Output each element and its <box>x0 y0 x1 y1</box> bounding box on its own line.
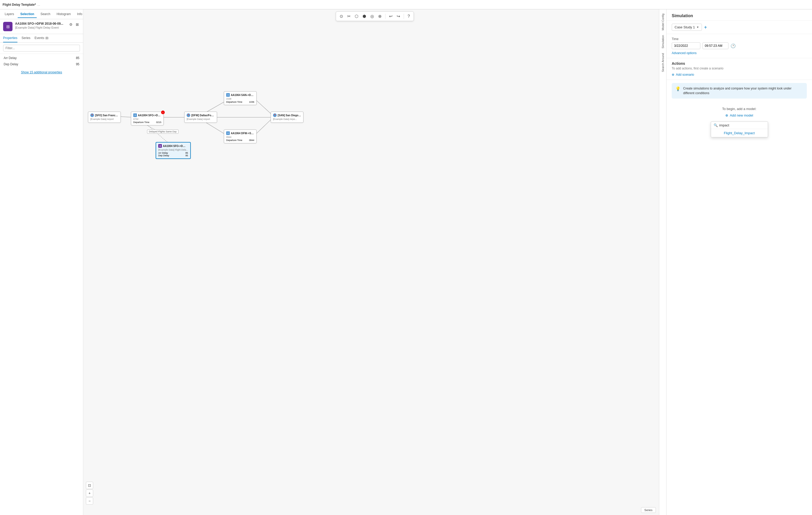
vtab-model-config[interactable]: Model Config <box>660 11 665 32</box>
node-selected-subtitle: [Example Data] Flight Dela... <box>158 149 188 151</box>
node-aa1004-prop-val: 0215 <box>156 121 162 124</box>
node-aa1064-san[interactable]: ✈ AA1064 SAN->DFW 2018... 1538 Departure… <box>224 91 257 105</box>
simulation-header: Simulation <box>667 9 812 21</box>
add-model-text: To begin, add a model: <box>672 107 807 111</box>
prop-rows: Arr Delay 85 Dep Delay 95 <box>0 54 83 68</box>
table-row: Dep Delay 95 <box>0 61 83 67</box>
top-bar-ellipsis: ... <box>37 3 40 6</box>
toolbar-divider <box>385 14 385 19</box>
toolbar-close-btn[interactable]: ⊗ <box>377 13 383 20</box>
series-button[interactable]: Series <box>641 507 656 513</box>
node-dfw[interactable]: 📍 [DFW] Dallas/Fort W... [Example Data] … <box>184 112 217 123</box>
zoom-out-btn[interactable]: − <box>86 497 93 505</box>
tab-layers[interactable]: Layers <box>2 11 17 18</box>
zoom-fit-btn[interactable]: ⊡ <box>86 482 93 489</box>
node-sel-prop1-key: Arr Delay <box>158 152 168 154</box>
prop-tab-events[interactable]: Events0 <box>35 34 49 42</box>
prop-val-depdelay: 95 <box>76 62 79 66</box>
node-aa1064-dfw-props: Departure Time 0844 <box>226 139 254 142</box>
node-selected-props: Arr Delay 85 Dep Delay 95 <box>158 152 188 157</box>
toolbar-undo-btn[interactable]: ↩ <box>387 13 394 20</box>
toolbar-redo-btn[interactable]: ↪ <box>395 13 402 20</box>
filter-input[interactable] <box>3 45 80 52</box>
dropdown-option-flight-delay[interactable]: Flight_Delay_Impact <box>711 129 768 137</box>
model-search-input[interactable] <box>719 123 765 127</box>
case-study-row: Case Study 1 ▼ + <box>667 21 812 34</box>
node-sfo-icon: 📍 <box>90 113 94 117</box>
node-aa1064-dfw[interactable]: ✈ AA1064 DFW->SAN 2018... 0944 Departure… <box>224 129 257 143</box>
dropdown-arrow-icon: ▼ <box>696 26 699 29</box>
time-time-input[interactable] <box>702 42 728 49</box>
selected-item-card: ⊞ AA1004 SFO->DFW 2018-06-09... [Example… <box>0 19 83 34</box>
node-aa1064-san-prop-key: Departure Time <box>226 101 242 103</box>
node-san[interactable]: 📍 [SAN] San Diego In... [Example Data] A… <box>271 112 303 123</box>
add-scenario-label: Add scenario <box>676 73 694 77</box>
tab-histogram[interactable]: Histogram <box>54 11 74 18</box>
toolbar-circle-btn[interactable]: ◎ <box>369 13 376 20</box>
node-san-icon: 📍 <box>273 113 277 117</box>
info-box: 💡 Create simulations to analyze and comp… <box>672 83 807 98</box>
add-case-study-btn[interactable]: + <box>704 25 707 30</box>
time-row: 🕐 <box>672 42 807 49</box>
add-scenario-plus-icon: ⊕ <box>672 73 674 77</box>
app-title: Flight Delay Template* <box>3 3 36 6</box>
add-new-model-btn[interactable]: ⊕ Add new model <box>725 113 753 117</box>
toolbar-cut-btn[interactable]: ✂ <box>346 13 352 20</box>
prop-tab-properties[interactable]: Properties <box>3 34 18 42</box>
toolbar-link-btn[interactable]: ⬡ <box>353 13 360 20</box>
time-label: Time <box>672 37 807 41</box>
node-dfw-icon: 📍 <box>186 113 190 117</box>
node-aa1004-subtitle: 0732 <box>133 118 162 120</box>
actions-subtitle: To add actions, first create a scenario <box>672 67 807 70</box>
tab-bar: Layers Selection Search Histogram Info ≪ <box>0 9 83 19</box>
actions-title: Actions <box>672 61 807 65</box>
node-aa1064-dfw-prop-key: Departure Time <box>226 139 242 142</box>
node-aa1004-title: AA1004 SFO->DFW 2018... <box>138 114 162 117</box>
item-settings-btn[interactable]: ⚙ <box>68 22 74 27</box>
toolbar-divider2 <box>404 14 404 19</box>
item-close-btn[interactable]: ⊠ <box>75 22 80 27</box>
selected-item-info: AA1004 SFO->DFW 2018-06-09... [Example D… <box>15 22 65 29</box>
search-icon: 🔍 <box>714 123 718 127</box>
show-more-link[interactable]: Show 15 additional properties <box>0 68 83 76</box>
add-scenario-btn[interactable]: ⊕ Add scenario <box>672 73 694 77</box>
prop-key-arrdelay: Arr Delay <box>4 56 17 60</box>
node-sfo-title: [SFO] San Francisco ... <box>95 114 118 117</box>
vtab-search-around[interactable]: Search Around <box>660 51 665 74</box>
node-aa1004[interactable]: 1 ✈ AA1004 SFO->DFW 2018... 0732 Departu… <box>131 112 164 125</box>
zoom-in-btn[interactable]: + <box>86 489 93 497</box>
search-dropdown: 🔍 Flight_Delay_Impact <box>711 121 768 137</box>
top-bar: Flight Delay Template* ... <box>0 0 812 9</box>
series-btn-wrap: Series <box>641 507 656 513</box>
node-aa1064-san-title: AA1064 SAN->DFW 2018... <box>231 94 254 96</box>
vtab-simulation[interactable]: Simulation <box>660 33 665 51</box>
time-date-input[interactable] <box>672 42 700 49</box>
delayed-tag: Delayed Flights Same Day <box>147 129 178 134</box>
case-study-dropdown[interactable]: Case Study 1 ▼ <box>672 24 702 31</box>
prop-tab-series[interactable]: Series <box>22 34 30 42</box>
info-box-text: Create simulations to analyze and compar… <box>683 86 803 95</box>
tab-search[interactable]: Search <box>38 11 53 18</box>
canvas-connections <box>83 9 666 515</box>
node-aa1064-san-props: Departure Time 1036 <box>226 101 254 103</box>
zoom-controls: ⊡ + − <box>86 482 93 505</box>
toolbar-node-btn[interactable]: ⬢ <box>361 13 368 20</box>
toolbar-select-btn[interactable]: ⊙ <box>338 13 345 20</box>
add-model-btn-label: Add new model <box>730 113 753 117</box>
node-dfw-title: [DFW] Dallas/Fort W... <box>191 114 215 117</box>
node-selected[interactable]: ⊞ AA1004 SFO->DFW 2018... [Example Data]… <box>156 142 191 159</box>
advanced-options-link[interactable]: Advanced options <box>672 51 696 55</box>
badge-red: 1 <box>161 111 165 114</box>
prop-val-arrdelay: 85 <box>76 56 79 60</box>
node-aa1004-props: Departure Time 0215 <box>133 121 162 124</box>
selected-item-icon: ⊞ <box>3 22 12 31</box>
toolbar-help-btn[interactable]: ? <box>406 13 411 20</box>
time-clock-btn[interactable]: 🕐 <box>730 43 736 49</box>
case-study-label: Case Study 1 <box>674 25 695 29</box>
tab-selection[interactable]: Selection <box>18 11 37 18</box>
node-sfo[interactable]: 📍 [SFO] San Francisco ... [Example Data]… <box>88 112 121 123</box>
node-sel-prop2-key: Dep Delay <box>158 154 169 157</box>
node-san-title: [SAN] San Diego In... <box>278 114 301 117</box>
node-selected-icon: ⊞ <box>158 144 162 148</box>
canvas-toolbar: ⊙ ✂ ⬡ ⬢ ◎ ⊗ ↩ ↪ ? <box>336 11 414 21</box>
